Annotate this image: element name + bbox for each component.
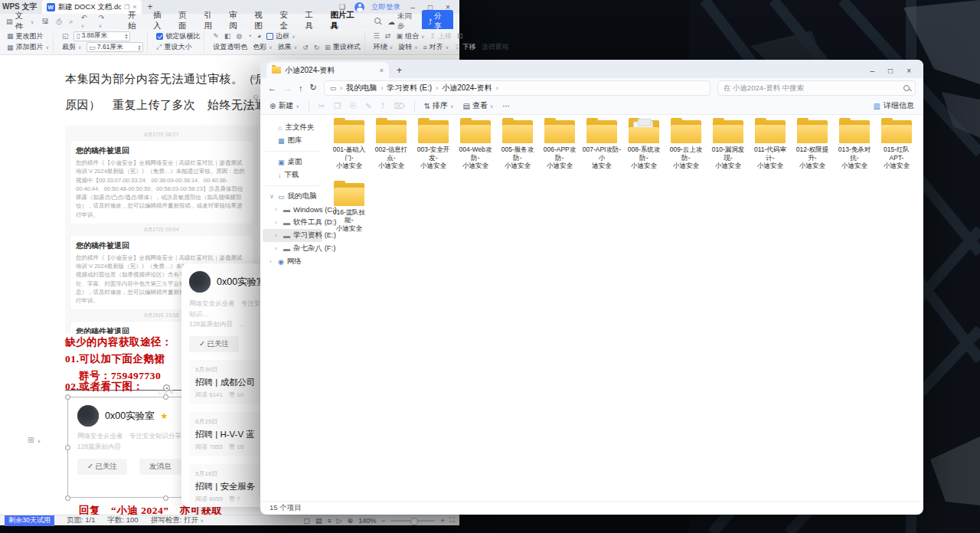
folder-item[interactable]: 016-蓝队技能- 小迪安全 — [329, 181, 369, 233]
reset-size-button[interactable]: ⤢重设大小 — [156, 42, 191, 52]
zoom-out-icon[interactable]: ⊕ — [348, 517, 354, 525]
rotate-button[interactable]: 旋转∨ — [398, 42, 417, 52]
explorer-minimize-button[interactable]: – — [871, 67, 875, 75]
rename-icon[interactable]: ✎ — [365, 102, 371, 110]
selection-handle-n[interactable] — [163, 394, 168, 400]
folder-item[interactable]: 003-安全开发- 小迪安全 — [413, 118, 453, 170]
sidebar-tree-item[interactable]: ›▬杂七杂八 (F:) — [263, 242, 322, 255]
trial-badge[interactable]: 剩余30天试用 — [5, 515, 54, 526]
search-input[interactable] — [724, 83, 903, 92]
back-icon[interactable]: ← — [268, 83, 276, 93]
folder-item[interactable]: 010-漏洞发现- 小迪安全 — [708, 118, 748, 170]
picture-height-stepper[interactable]: ▯3.88厘米▲▼ — [74, 31, 130, 41]
more-button[interactable]: ⋯ — [502, 102, 510, 110]
move-up-button[interactable]: ↥上移 — [430, 31, 452, 41]
selection-handle-nw[interactable] — [65, 394, 70, 400]
selection-handle-sw[interactable] — [65, 495, 70, 501]
sort-button[interactable]: ⇅排序∨ — [424, 100, 454, 111]
sidebar-pinned-item[interactable]: ↓下载 — [263, 168, 322, 181]
wrap-button[interactable]: 环绕∨ — [374, 42, 393, 52]
align-button[interactable]: ≡对齐∨ — [423, 42, 449, 52]
share-icon[interactable]: ⤴ — [381, 102, 385, 110]
breadcrumb-item[interactable]: 小迪2024-资料 — [442, 83, 492, 93]
selection-handle-s[interactable] — [163, 495, 168, 501]
expander-icon[interactable]: › — [275, 206, 280, 213]
group-button[interactable]: ▣组合∨ — [396, 31, 424, 41]
search-box[interactable] — [717, 80, 916, 96]
picture-width-stepper[interactable]: ▭7.61厘米▲▼ — [87, 42, 143, 52]
folder-item[interactable]: 001-基础入门- 小迪安全 — [329, 118, 369, 170]
revision-icon[interactable]: ⊙ — [253, 93, 259, 101]
folder-item[interactable]: 013-免杀对抗- 小迪安全 — [835, 118, 874, 170]
color-button[interactable]: 色彩∨ — [253, 42, 272, 52]
expander-icon[interactable]: › — [275, 219, 280, 226]
sidebar-tree-item[interactable]: ›▬学习资料 (E:) — [263, 229, 322, 242]
explorer-maximize-button[interactable]: □ — [888, 67, 893, 75]
zoom-minus-button[interactable]: − — [381, 517, 385, 525]
zoom-level[interactable]: 140% — [358, 517, 376, 525]
new-button[interactable]: ⊕新建∨ — [270, 100, 299, 111]
effect-button[interactable]: 效果∨ — [278, 42, 297, 52]
explorer-close-button[interactable]: × — [906, 67, 911, 75]
breadcrumb[interactable]: ▭ › 我的电脑 › 学习资料 (E:) › 小迪2024-资料 › — [324, 80, 710, 96]
rotate-left-icon[interactable]: ↺ — [302, 44, 309, 51]
brightness-up-icon[interactable]: ◔ — [247, 32, 251, 40]
explorer-file-area[interactable]: 001-基础入门- 小迪安全 002-信息打点- 小迪安全 — [325, 115, 923, 501]
lock-aspect-checkbox[interactable]: 锁定纵横比 — [156, 31, 200, 41]
folder-item[interactable]: 002-信息打点- 小迪安全 — [371, 118, 411, 170]
folder-item[interactable]: 006-APP攻防- 小迪安全 — [540, 118, 580, 170]
undo-icon[interactable]: ↶ ∨ — [81, 14, 91, 29]
crop-icon[interactable]: ◱ — [62, 32, 69, 40]
sidebar-tree-item[interactable]: ∨▭我的电脑 — [263, 190, 322, 203]
tab-close-icon[interactable]: × — [380, 67, 384, 74]
crop-button[interactable]: 裁剪∨ — [62, 42, 81, 52]
sidebar-tree-item[interactable]: ›▬软件工具 (D:) — [263, 216, 322, 229]
contrast-up-icon[interactable]: ◕ — [257, 32, 261, 40]
print-icon[interactable]: ⎙ — [56, 18, 61, 26]
expander-icon[interactable]: ∨ — [270, 193, 275, 200]
explorer-tab[interactable]: 小迪2024-资料 × — [266, 62, 389, 78]
reset-style-button[interactable]: ⊞重设样式 — [325, 42, 361, 52]
selection-handle-w[interactable] — [65, 445, 70, 450]
selection-pane-button[interactable]: 选择窗格 — [482, 42, 509, 52]
add-picture-button[interactable]: ▦添加图片∨ — [7, 42, 49, 52]
wps-account-avatar[interactable] — [354, 2, 364, 12]
view-mode-icon-2[interactable]: ▤ — [315, 517, 322, 525]
refresh-icon[interactable]: ↻ — [310, 83, 317, 93]
sidebar-pinned-item[interactable]: ▣桌面 — [263, 155, 322, 168]
expander-icon[interactable]: › — [275, 232, 280, 239]
expander-icon[interactable]: › — [270, 258, 275, 265]
breadcrumb-item[interactable]: 我的电脑 — [346, 83, 377, 93]
view-mode-icon-4[interactable]: ▷ — [337, 517, 342, 525]
zoom-plus-button[interactable]: + — [440, 517, 444, 525]
sidebar-item[interactable]: ⌂主文件夹 — [263, 121, 322, 134]
comment-add-icon[interactable]: ⊕ — [251, 74, 257, 81]
folder-item[interactable]: 005-服务攻防- 小迪安全 — [498, 118, 537, 170]
folder-item[interactable]: 004-Web攻防- 小迪安全 — [456, 118, 495, 170]
zoom-slider[interactable] — [390, 520, 435, 522]
delete-icon[interactable]: ⌦ — [394, 102, 405, 110]
rotate-right-icon[interactable]: ↻ — [314, 44, 320, 51]
sidebar-tree-item[interactable]: ›◉网络 — [263, 255, 322, 268]
paste-icon[interactable]: ⎘ — [350, 101, 356, 110]
spellcheck-status[interactable]: 拼写检查: 打开 ∨ — [151, 515, 204, 525]
redo-icon[interactable]: ↷ ∨ — [99, 14, 109, 29]
fit-page-icon[interactable]: ⛶ — [450, 516, 455, 525]
copy-icon[interactable]: ❐ — [334, 102, 341, 110]
folder-item[interactable]: 015-红队APT- 小迪安全 — [877, 118, 916, 170]
cut-icon[interactable]: ✂ — [318, 102, 325, 110]
border-button[interactable]: 边框∨ — [266, 31, 295, 41]
view-button[interactable]: ▤查看∨ — [462, 100, 493, 111]
folder-item[interactable]: 009-云上攻防- 小迪安全 — [666, 118, 706, 170]
sidebar-item[interactable]: ▦图库 — [263, 134, 322, 147]
change-picture-button[interactable]: ▦更改图片 — [7, 31, 44, 41]
folder-item[interactable]: 008-系统攻防- 小迪安全 — [624, 118, 664, 170]
view-mode-icon-3[interactable]: ≡ — [327, 517, 331, 525]
preview-icon[interactable]: ⌕ — [70, 18, 74, 26]
move-down-button[interactable]: ↧下移 — [454, 42, 476, 52]
view-mode-icon-1[interactable]: ▢ — [303, 517, 310, 525]
breadcrumb-item[interactable]: 学习资料 (E:) — [387, 83, 432, 93]
folder-item[interactable]: 012-权限提升- 小迪安全 — [792, 118, 832, 170]
table-tool-icon[interactable]: ⊞ ∨ — [28, 435, 41, 445]
folder-item[interactable]: 011-代码审计- 小迪安全 — [750, 118, 790, 170]
